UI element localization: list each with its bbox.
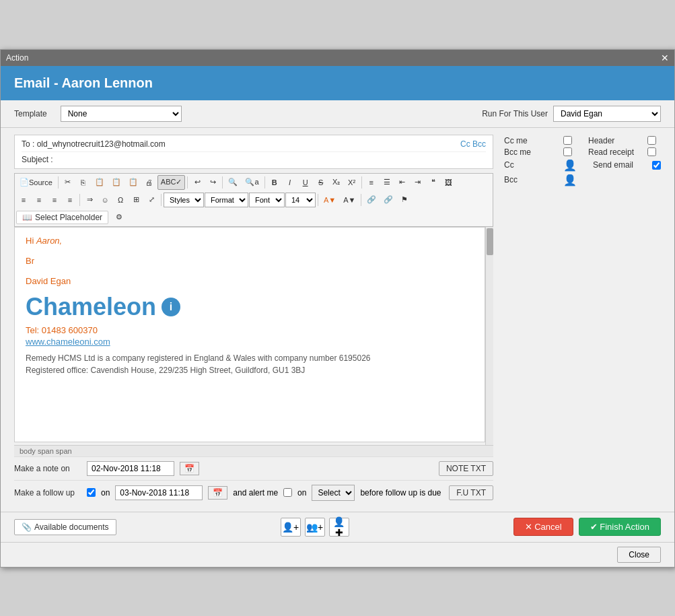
blockquote-button[interactable]: ❝ bbox=[426, 175, 441, 190]
scrollbar-thumb[interactable] bbox=[487, 228, 493, 255]
editor-area[interactable]: Hi Aaron, Br David Egan Chameleon i Tel:… bbox=[14, 227, 485, 442]
template-select[interactable]: None bbox=[61, 106, 182, 122]
follow-label: Make a follow up bbox=[14, 488, 81, 498]
paste-word-button[interactable]: 📋 bbox=[125, 175, 141, 190]
copy-button[interactable]: ⎘ bbox=[76, 175, 91, 190]
bcc-row: Bcc 👤 bbox=[504, 174, 661, 186]
legal-text-1: Remedy HCMS Ltd is a company registered … bbox=[26, 352, 474, 364]
add-person-icon-button[interactable]: 👤+ bbox=[281, 518, 301, 537]
source-button[interactable]: 📄 Source bbox=[16, 175, 56, 190]
add-contact-icon-button[interactable]: 👤✚ bbox=[329, 518, 349, 537]
window-close-icon[interactable]: ✕ bbox=[661, 53, 669, 63]
close-button[interactable]: Close bbox=[617, 547, 661, 563]
cancel-button[interactable]: ✕ Cancel bbox=[513, 518, 573, 536]
align-right-button[interactable]: ≡ bbox=[47, 193, 62, 207]
bcc-me-label: Bcc me bbox=[504, 147, 558, 157]
select-placeholder-button[interactable]: 📖 Select Placeholder bbox=[16, 211, 108, 224]
ordered-list-button[interactable]: ≡ bbox=[364, 175, 379, 190]
follow-select[interactable]: Select bbox=[312, 485, 355, 501]
editor-scrollbar[interactable] bbox=[485, 227, 493, 445]
subscript-button[interactable]: X₂ bbox=[329, 175, 344, 190]
settings-icon-button[interactable]: ⚙ bbox=[112, 210, 127, 225]
size-select[interactable]: 14 bbox=[285, 193, 316, 207]
email-to: To : old_whynotrecruit123@hotmail.com bbox=[22, 139, 166, 149]
note-calendar-button[interactable]: 📅 bbox=[180, 462, 199, 475]
read-receipt-checkbox[interactable] bbox=[647, 147, 656, 156]
finish-action-button[interactable]: ✔ Finish Action bbox=[579, 518, 661, 536]
indent-decrease-button[interactable]: ⇤ bbox=[395, 175, 410, 190]
redo-button[interactable]: ↪ bbox=[205, 175, 220, 190]
follow-on-label: on bbox=[101, 488, 110, 498]
format-select[interactable]: Format bbox=[205, 193, 248, 207]
legal-text-2: Registered office: Cavendish House, 229/… bbox=[26, 364, 474, 376]
align-justify-button[interactable]: ≡ bbox=[63, 193, 77, 207]
before-label: before follow up is due bbox=[360, 488, 441, 498]
cc-row: Cc 👤 Send email bbox=[504, 159, 661, 172]
main-content: To : old_whynotrecruit123@hotmail.com Cc… bbox=[1, 128, 674, 512]
hi-span: Hi bbox=[26, 236, 34, 246]
alert-label: and alert me bbox=[233, 488, 278, 498]
print-button[interactable]: 🖨 bbox=[142, 175, 157, 190]
available-docs-button[interactable]: 📎 Available documents bbox=[14, 519, 116, 535]
follow-date-input[interactable] bbox=[115, 485, 203, 500]
note-txt-button[interactable]: NOTE TXT bbox=[439, 461, 493, 476]
paste-plain-button[interactable]: 📋 bbox=[108, 175, 125, 190]
main-window: Action ✕ Email - Aaron Lennon Template N… bbox=[0, 49, 675, 568]
toolbar-row-2: ≡ ≡ ≡ ≡ ⇒ ☺ Ω ⊞ ⤢ Styles bbox=[15, 191, 493, 209]
subject-input[interactable] bbox=[55, 155, 427, 164]
anchor-button[interactable]: ⚑ bbox=[397, 193, 412, 207]
note-date-input[interactable] bbox=[87, 461, 174, 476]
breadcrumb-bar: body span span bbox=[14, 445, 493, 456]
align-center-button[interactable]: ≡ bbox=[32, 193, 46, 207]
fu-txt-button[interactable]: F.U TXT bbox=[449, 485, 493, 500]
cc-me-checkbox[interactable] bbox=[563, 136, 572, 145]
follow-calendar-button[interactable]: 📅 bbox=[208, 486, 227, 500]
run-for-label: Run For This User bbox=[482, 109, 548, 118]
font-select[interactable]: Font bbox=[249, 193, 285, 207]
chameleon-brand: Chameleon i bbox=[26, 293, 474, 321]
superscript-button[interactable]: X² bbox=[345, 175, 359, 190]
special-char-button[interactable]: Ω bbox=[113, 193, 128, 207]
bcc-person-icon: 👤 bbox=[563, 174, 577, 186]
header-checkbox[interactable] bbox=[647, 136, 656, 145]
cc-bcc-toggle[interactable]: Cc Bcc bbox=[460, 139, 486, 149]
action-icons: 👤+ 👥+ 👤✚ bbox=[281, 518, 349, 537]
note-row: Make a note on 📅 NOTE TXT bbox=[14, 456, 493, 480]
add-group-icon-button[interactable]: 👥+ bbox=[305, 518, 325, 537]
follow-checkbox[interactable] bbox=[87, 488, 96, 497]
find-replace-button[interactable]: 🔍a bbox=[242, 175, 262, 190]
find-button[interactable]: 🔍 bbox=[225, 175, 241, 190]
send-email-checkbox[interactable] bbox=[652, 161, 661, 170]
brand-name: Chameleon bbox=[26, 293, 156, 321]
smiley-button[interactable]: ☺ bbox=[98, 193, 112, 207]
unlink-button[interactable]: 🔗 bbox=[380, 193, 396, 207]
styles-select[interactable]: Styles bbox=[164, 193, 204, 207]
paste-button[interactable]: 📋 bbox=[92, 175, 108, 190]
link-button[interactable]: 🔗 bbox=[363, 193, 380, 207]
align-left-button[interactable]: ≡ bbox=[16, 193, 31, 207]
strikethrough-button[interactable]: S bbox=[314, 175, 328, 190]
maximize-button[interactable]: ⤢ bbox=[144, 193, 159, 207]
indent-increase-button[interactable]: ⇥ bbox=[411, 175, 425, 190]
bcc-me-checkbox[interactable] bbox=[563, 147, 572, 156]
tel-line: Tel: 01483 600370 bbox=[26, 325, 474, 335]
bg-color-button[interactable]: A▼ bbox=[340, 193, 359, 207]
run-for-select[interactable]: David Egan bbox=[553, 106, 661, 122]
font-color-button[interactable]: A▼ bbox=[320, 193, 339, 207]
table-button[interactable]: ⊞ bbox=[129, 193, 143, 207]
unordered-list-button[interactable]: ☰ bbox=[380, 175, 394, 190]
undo-button[interactable]: ↩ bbox=[190, 175, 205, 190]
template-row: Template None Run For This User David Eg… bbox=[1, 100, 674, 128]
bold-button[interactable]: B bbox=[267, 175, 282, 190]
paperclip-icon: 📎 bbox=[22, 522, 32, 532]
underline-button[interactable]: U bbox=[298, 175, 313, 190]
follow-row: Make a follow up on 📅 and alert me on Se… bbox=[14, 480, 493, 505]
alert-checkbox[interactable] bbox=[283, 488, 292, 497]
breadcrumb-span-1: span bbox=[38, 447, 54, 455]
spellcheck-button[interactable]: ABC✓ bbox=[157, 175, 186, 190]
text-dir-ltr-button[interactable]: ⇒ bbox=[82, 193, 97, 207]
website-link[interactable]: www.chameleoni.com bbox=[26, 337, 474, 347]
cut-button[interactable]: ✂ bbox=[61, 175, 75, 190]
image-button[interactable]: 🖼 bbox=[441, 175, 456, 190]
italic-button[interactable]: I bbox=[283, 175, 297, 190]
